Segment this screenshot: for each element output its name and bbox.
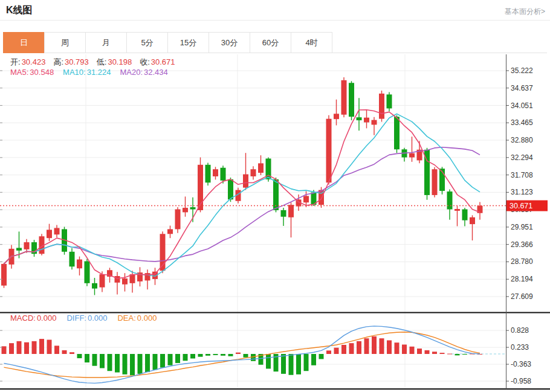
candle-body <box>303 196 309 202</box>
macd-bar <box>62 350 67 354</box>
ma-readout: MA5:30.548MA10:31.224MA20:32.434 <box>10 68 168 77</box>
candle-body <box>221 168 226 181</box>
tab-interval-3[interactable]: 月 <box>85 32 127 53</box>
candle-body <box>228 179 233 199</box>
ma-item: MA10:31.224 <box>63 68 111 77</box>
macd-bar <box>410 347 415 354</box>
axis-tick-label: 28.780 <box>511 257 533 266</box>
macd-bar <box>85 354 89 362</box>
tab-bar-filler <box>332 32 547 53</box>
candle-body <box>447 191 453 209</box>
ohlc-item: 开:30.423 <box>10 57 45 68</box>
macd-bar <box>462 354 467 355</box>
ma5-line <box>4 110 480 278</box>
macd-bar <box>380 338 384 354</box>
macd-bar <box>168 354 173 365</box>
candle-body <box>349 83 354 117</box>
candle-body <box>190 207 196 209</box>
candle-body <box>100 274 105 288</box>
axis-tick-label: 32.880 <box>511 136 533 144</box>
macd-bar <box>24 342 29 354</box>
kline-chart-canvas[interactable]: 35.22234.63734.05133.46532.88032.29431.7… <box>0 53 550 392</box>
macd-bar <box>123 354 128 374</box>
macd-bar <box>440 353 445 354</box>
candle-body <box>213 169 218 176</box>
macd-bar <box>251 354 256 361</box>
candle-body <box>387 94 392 108</box>
axis-tick-label: 28.194 <box>511 275 533 283</box>
candle-body <box>92 283 97 289</box>
macd-bar <box>138 354 143 374</box>
macd-bar <box>175 354 180 363</box>
axis-tick-label: 33.465 <box>511 118 533 127</box>
axis-tick-label: 29.366 <box>511 240 533 249</box>
y-axis: 35.22234.63734.05133.46532.88032.29431.7… <box>0 54 533 389</box>
macd-bar <box>92 354 97 366</box>
macd-bar <box>326 350 331 354</box>
macd-bar <box>304 354 309 371</box>
macd-bar <box>145 354 150 372</box>
candle-body <box>462 210 468 220</box>
tab-interval-8[interactable]: 4时 <box>291 32 332 53</box>
diff-line <box>4 326 480 384</box>
candle-body <box>372 120 377 125</box>
ohlc-item: 收:30.671 <box>140 57 175 68</box>
candle-body <box>341 80 347 115</box>
macd-bar <box>296 354 301 374</box>
candle-body <box>394 117 400 149</box>
tab-interval-7[interactable]: 60分 <box>250 32 291 53</box>
macd-bar <box>54 345 59 354</box>
interval-tabs: 日周月5分15分30分60分4时 <box>3 32 547 53</box>
dea-line <box>4 332 480 378</box>
macd-bar <box>289 354 294 375</box>
macd-bar <box>130 354 135 375</box>
axis-tick-label: 31.708 <box>511 171 533 179</box>
macd-readout: MACD:0.000DIFF:0.000DEA:0.000 <box>10 313 157 323</box>
candle-body <box>432 169 438 195</box>
macd-bar <box>372 336 377 354</box>
macd-bar <box>160 354 165 368</box>
macd-bar <box>228 354 233 356</box>
macd-bar <box>32 341 37 354</box>
candle-body <box>364 118 369 123</box>
macd-bar <box>266 354 271 368</box>
macd-bar <box>432 352 437 354</box>
axis-tick-label: 35.222 <box>511 66 533 75</box>
tab-interval-4[interactable]: 5分 <box>126 32 168 53</box>
macd-bar <box>244 354 248 358</box>
tab-interval-5[interactable]: 15分 <box>167 32 209 53</box>
candle-body <box>357 117 362 120</box>
candle-body <box>455 209 460 211</box>
candle-body <box>205 165 211 182</box>
ohlc-item: 低:30.198 <box>97 57 132 68</box>
macd-bar <box>281 354 286 374</box>
candle-body <box>334 114 339 119</box>
macd-bar <box>205 354 210 356</box>
tab-interval-6[interactable]: 30分 <box>209 32 250 53</box>
axis-tick-label: 29.951 <box>511 223 533 231</box>
axis-tick-label: 31.123 <box>511 188 533 196</box>
macd-bar <box>190 354 195 359</box>
axis-tick-label: 32.294 <box>511 153 533 162</box>
candle-body <box>470 217 475 224</box>
candle-body <box>167 229 173 234</box>
axis-tick-label: 34.051 <box>511 101 533 110</box>
ma10-line <box>4 114 480 277</box>
macd-bar <box>364 338 369 354</box>
candle-body <box>70 252 75 267</box>
macd-bar <box>221 354 225 356</box>
macd-bar <box>425 350 430 354</box>
candle-body <box>288 205 294 217</box>
macd-bar <box>402 344 407 354</box>
axis-tick-label: -0.958 <box>511 377 531 385</box>
candle-body <box>379 94 384 119</box>
macd-bar <box>153 354 158 370</box>
macd-histogram <box>2 336 483 375</box>
tab-interval-1[interactable]: 日 <box>3 32 45 53</box>
tab-interval-2[interactable]: 周 <box>44 32 86 53</box>
candlestick-series <box>1 77 483 295</box>
axis-tick-label: 34.637 <box>511 84 533 92</box>
macd-bar <box>47 340 52 355</box>
fundamental-analysis-link[interactable]: 基本面分析> <box>505 7 545 17</box>
candle-body <box>175 210 181 230</box>
